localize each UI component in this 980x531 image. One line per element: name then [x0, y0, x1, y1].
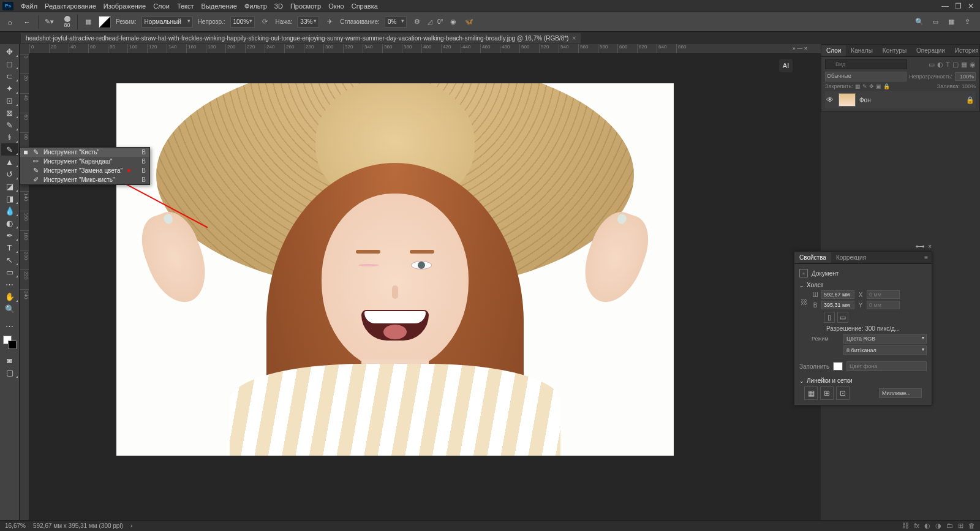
tab-close-icon[interactable]: × [572, 35, 576, 42]
sb-new-icon[interactable]: ⊞ [958, 522, 963, 530]
eraser-tool[interactable]: ◪ [1, 180, 18, 192]
sb-mask-icon[interactable]: ◐ [924, 522, 930, 530]
move-tool[interactable]: ✥ [1, 45, 18, 58]
sb-fx-icon[interactable]: fx [914, 522, 919, 530]
tab-layers[interactable]: Слои [821, 45, 846, 56]
history-brush-tool[interactable]: ↺ [1, 168, 18, 180]
tab-history[interactable]: История [950, 45, 980, 56]
canvas[interactable] [116, 83, 674, 456]
panel-close-icon[interactable]: × [928, 243, 932, 250]
gradient-tool[interactable]: ◨ [1, 192, 18, 205]
units-select[interactable]: Миллиме... [879, 388, 922, 398]
screenmode-tool[interactable]: ▢ [1, 366, 18, 378]
status-more-icon[interactable]: › [130, 522, 132, 529]
layer-row[interactable]: 👁 Фон 🔒 [825, 91, 976, 108]
canvas-y-input[interactable]: 0 мм [867, 301, 900, 309]
symmetry-icon[interactable]: 🦋 [464, 17, 475, 28]
menu-edit[interactable]: Редактирование [41, 1, 100, 11]
menu-select[interactable]: Выделение [198, 1, 241, 11]
menu-filter[interactable]: Фильтр [241, 1, 271, 11]
tab-paths[interactable]: Контуры [878, 45, 911, 56]
menu-layers[interactable]: Слои [149, 1, 173, 11]
eyedropper-tool[interactable]: ✎ [1, 119, 18, 131]
angle-value[interactable]: 0° [437, 18, 443, 25]
flyout-brush[interactable]: ✎ Инструмент "Кисть" B [20, 148, 149, 157]
lock-nest-icon[interactable]: ▣ [876, 83, 881, 89]
home-icon[interactable]: ⌂ [4, 16, 16, 28]
pressure-size-icon[interactable]: ◉ [448, 17, 459, 28]
zoom-tool[interactable]: 🔍 [1, 303, 18, 315]
arrange-icon[interactable]: ▦ [946, 17, 957, 28]
brush-panel-icon[interactable]: ▦ [83, 17, 94, 28]
document-dimensions[interactable]: 592,67 мм x 395,31 мм (300 ppi) [33, 522, 123, 529]
canvas-section-header[interactable]: Холст [799, 282, 927, 288]
layer-fill-value[interactable]: 100% [962, 83, 976, 89]
ai-badge[interactable]: AI [779, 59, 793, 72]
flow-select[interactable]: 33% [297, 17, 319, 28]
bit-depth-select[interactable]: 8 бит/канал [843, 345, 927, 355]
dodge-tool[interactable]: ◐ [1, 217, 18, 229]
canvas-x-input[interactable]: 0 мм [867, 290, 900, 299]
sb-trash-icon[interactable]: 🗑 [968, 522, 975, 530]
tab-properties[interactable]: Свойства [794, 252, 831, 263]
orientation-portrait-icon[interactable]: ▯ [824, 312, 835, 323]
share-icon[interactable]: ⇪ [962, 17, 973, 28]
frame-tool[interactable]: ⊠ [1, 107, 18, 119]
panel-menu-icon[interactable]: ≡ [921, 254, 932, 261]
horizontal-ruler[interactable]: 0204060801001201401601802002202402602803… [29, 44, 821, 54]
crop-tool[interactable]: ⊡ [1, 94, 18, 107]
panel-collapse-icon[interactable]: ⟷ [916, 243, 924, 250]
lock-pixel-icon[interactable]: ▦ [855, 83, 861, 89]
sb-adjust-icon[interactable]: ◑ [935, 522, 941, 530]
filter-image-icon[interactable]: ▭ [929, 61, 935, 69]
fill-select[interactable]: Цвет фона [846, 361, 927, 371]
color-mode-select[interactable]: Цвета RGB [843, 334, 927, 344]
extra-tool[interactable]: ⋯ [1, 278, 18, 290]
layer-thumbnail[interactable] [839, 93, 856, 107]
flyout-pencil[interactable]: ✏ Инструмент "Карандаш" B [20, 157, 149, 166]
shape-tool[interactable]: ▭ [1, 266, 18, 278]
blend-mode-select[interactable]: Нормальный [141, 17, 193, 28]
guides-toggle-icon[interactable]: ⊡ [836, 386, 850, 400]
canvas-height-input[interactable]: 395,31 мм [821, 301, 854, 309]
layer-visibility-icon[interactable]: 👁 [826, 96, 835, 104]
close-icon[interactable]: ✕ [968, 2, 974, 10]
layer-blend-select[interactable]: Обычные [825, 72, 907, 81]
filter-smart-icon[interactable]: ▦ [961, 61, 967, 69]
wand-tool[interactable]: ✦ [1, 82, 18, 94]
brush-tool-icon[interactable]: ✎▾ [43, 17, 55, 28]
pen-tool[interactable]: ✒ [1, 229, 18, 241]
workspace-icon[interactable]: ▭ [930, 17, 941, 28]
filter-adjust-icon[interactable]: ◐ [937, 61, 943, 69]
hand-tool[interactable]: ✋ [1, 290, 18, 303]
orientation-landscape-icon[interactable]: ▭ [837, 312, 848, 323]
flyout-color-replace[interactable]: ✎ Инструмент "Замена цвета" B [20, 166, 149, 175]
layer-search-input[interactable] [825, 59, 907, 69]
ruler-toggle-icon[interactable]: ▦ [804, 386, 818, 400]
menu-window[interactable]: Окно [325, 1, 348, 11]
canvas-width-input[interactable]: 592,67 мм [821, 290, 854, 299]
link-dimensions-icon[interactable]: ⛓ [801, 298, 807, 306]
filter-type-icon[interactable]: T [946, 61, 950, 69]
back-icon[interactable]: ← [21, 16, 33, 28]
tab-adjustments[interactable]: Коррекция [831, 252, 871, 263]
maximize-icon[interactable]: ❐ [955, 2, 962, 10]
lock-paint-icon[interactable]: ✎ [862, 83, 867, 89]
resolution-label[interactable]: Разрешение: 300 пикс/д... [799, 325, 927, 332]
menu-file[interactable]: Файл [17, 1, 41, 11]
filter-shape-icon[interactable]: ▢ [952, 61, 959, 69]
pressure-opacity-icon[interactable]: ⟳ [260, 17, 271, 28]
opacity-select[interactable]: 100% [230, 17, 255, 28]
tab-channels[interactable]: Каналы [846, 45, 878, 56]
search-icon[interactable]: 🔍 [914, 17, 925, 28]
rulers-section-header[interactable]: Линейки и сетки [799, 377, 927, 384]
menu-3d[interactable]: 3D [271, 1, 287, 11]
stamp-tool[interactable]: ▲ [1, 156, 18, 168]
tab-actions[interactable]: Операции [911, 45, 950, 56]
doc-overflow-controls[interactable]: » — × [791, 44, 809, 53]
smoothing-gear-icon[interactable]: ⚙ [412, 17, 423, 28]
brush-tool[interactable]: ✎ [1, 143, 18, 156]
lock-move-icon[interactable]: ✥ [869, 83, 874, 89]
background-color[interactable] [8, 341, 17, 349]
lasso-tool[interactable]: ⊂ [1, 70, 18, 82]
